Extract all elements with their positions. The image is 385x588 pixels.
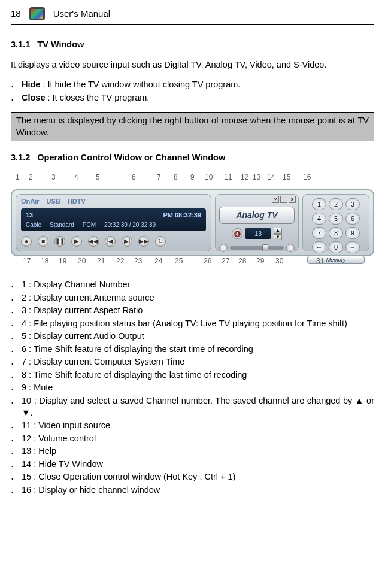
section-3-1-2-heading: 3.1.2 Operation Control Widow or Channel…: [11, 152, 374, 164]
lcd-section: OnAir USB HDTV 13 PM 08:32:39 Cable Stan…: [16, 194, 211, 251]
manual-title: User's Manual: [53, 8, 110, 20]
channel-up-button[interactable]: ▲: [274, 228, 282, 234]
usb-label: USB: [47, 197, 60, 206]
list-text: 12 : Volume control: [22, 433, 374, 445]
key-6[interactable]: 6: [345, 213, 360, 225]
list-text: 5 : Display current Audio Output: [22, 331, 374, 343]
rewind-button[interactable]: ◀◀: [88, 236, 99, 247]
callout: 13: [253, 172, 260, 182]
repeat-button[interactable]: ↻: [155, 236, 166, 247]
hide-desc: : It hide the TV window without closing …: [40, 80, 240, 89]
list-item: ․6 : Time Shift feature of displaying th…: [11, 344, 374, 356]
callout: 27: [222, 256, 229, 266]
bullet-icon: ․: [11, 279, 18, 291]
callout: 14: [267, 172, 275, 182]
callout: 8: [174, 172, 178, 182]
callout: 10: [205, 172, 213, 182]
list-item: ․5 : Display current Audio Output: [11, 331, 374, 343]
section-title: Operation Control Widow or Channel Windo…: [37, 153, 225, 162]
bullet-icon: ․: [11, 331, 18, 343]
section-title: TV Window: [37, 40, 84, 49]
callout: 16: [303, 172, 311, 182]
audio-output: PCM: [83, 221, 96, 229]
mute-button[interactable]: 🔇: [232, 228, 242, 239]
callout: 24: [154, 256, 162, 266]
antenna-source: Cable: [26, 221, 41, 229]
key-forward[interactable]: →: [345, 241, 360, 253]
bullet-icon: ․: [11, 433, 18, 445]
callout: 4: [74, 172, 78, 182]
key-8[interactable]: 8: [329, 227, 343, 239]
callout: 12: [241, 172, 248, 182]
next-button[interactable]: ▶|: [122, 236, 132, 247]
stop-button[interactable]: ■: [38, 236, 48, 247]
callout: 11: [224, 172, 232, 182]
key-2[interactable]: 2: [329, 198, 343, 210]
ffwd-button[interactable]: ▶▶: [138, 236, 149, 247]
list-text: 13 : Help: [22, 445, 374, 457]
control-panel-figure: 1 2 3 4 5 6 7 8 9 10 11 12 13 14 15 16 O…: [11, 172, 374, 273]
key-9[interactable]: 9: [345, 227, 360, 239]
key-1[interactable]: 1: [312, 198, 326, 210]
bullet-icon: ․: [11, 305, 18, 317]
key-5[interactable]: 5: [329, 213, 343, 225]
volume-slider[interactable]: [230, 246, 284, 250]
channel-spinner: 🔇 13 ▲ ▼: [219, 228, 295, 240]
pause-button[interactable]: ❚❚: [54, 236, 65, 247]
play-button[interactable]: ▶: [71, 236, 82, 247]
list-item: ․ Hide : It hide the TV window without c…: [11, 79, 374, 91]
hide-close-list: ․ Hide : It hide the TV window without c…: [11, 79, 374, 104]
section-intro: It displays a video source input such as…: [11, 59, 374, 71]
list-text: 3 : Display current Aspect Ratio: [22, 305, 374, 317]
callout: 7: [157, 172, 161, 182]
list-text: 4 : File playing position status bar (An…: [22, 318, 374, 330]
source-section: ? _ X Analog TV 🔇 13 ▲ ▼: [215, 194, 299, 251]
legend-list: ․1 : Display Channel Number ․2 : Display…: [11, 279, 374, 496]
list-item: ․10 : Display and select a saved Channel…: [11, 395, 374, 419]
transport-controls: ● ■ ❚❚ ▶ ◀◀ |◀ ▶| ▶▶ ↻: [21, 234, 206, 247]
key-3[interactable]: 3: [345, 198, 360, 210]
list-item: ․3 : Display current Aspect Ratio: [11, 305, 374, 317]
help-button[interactable]: ?: [272, 196, 279, 203]
top-callouts: 1 2 3 4 5 6 7 8 9 10 11 12 13 14 15 16: [11, 172, 374, 189]
callout: 5: [96, 172, 100, 182]
volume-knob[interactable]: [262, 244, 268, 251]
bullet-icon: ․: [11, 369, 18, 381]
list-text: 11 : Video input source: [22, 420, 374, 432]
bullet-icon: ․: [11, 344, 18, 356]
key-0[interactable]: 0: [329, 241, 343, 253]
toggle-channel-window-button[interactable]: [286, 244, 295, 252]
status-line: OnAir USB HDTV: [21, 197, 206, 206]
callout: 26: [204, 256, 211, 266]
callout: 17: [23, 256, 31, 266]
section-number: 3.1.1: [11, 40, 30, 49]
note-box: The menu is displayed by clicking the ri…: [11, 112, 374, 141]
bullet-icon: ․: [11, 395, 18, 419]
volume-icon: [219, 244, 228, 252]
system-time: PM 08:32:39: [163, 211, 201, 220]
key-back[interactable]: ←: [312, 241, 326, 253]
key-4[interactable]: 4: [312, 213, 326, 225]
list-text: 15 : Close Operation control window (Hot…: [22, 471, 374, 483]
volume-control: [219, 244, 295, 252]
callout: 28: [238, 256, 246, 266]
list-text: 8 : Time Shift feature of displaying the…: [22, 369, 374, 381]
list-item: ․9 : Mute: [11, 382, 374, 394]
key-7[interactable]: 7: [312, 227, 326, 239]
list-text: 1 : Display Channel Number: [22, 279, 374, 291]
bullet-icon: ․: [11, 471, 18, 483]
source-button[interactable]: Analog TV: [219, 207, 295, 224]
bullet-icon: ․: [11, 356, 18, 368]
prev-button[interactable]: |◀: [105, 236, 116, 247]
callout: 25: [175, 256, 183, 266]
callout: 21: [97, 256, 105, 266]
control-panel: OnAir USB HDTV 13 PM 08:32:39 Cable Stan…: [11, 189, 374, 256]
record-button[interactable]: ●: [21, 236, 32, 247]
lcd-display: 13 PM 08:32:39 Cable Standard PCM 20:32:…: [21, 208, 206, 231]
channel-down-button[interactable]: ▼: [274, 234, 282, 240]
bullet-icon: ․: [11, 318, 18, 330]
close-button[interactable]: X: [289, 196, 296, 203]
list-item: ․16 : Display or hide channel window: [11, 484, 374, 496]
list-text: 10 : Display and select a saved Channel …: [22, 395, 374, 419]
minimize-button[interactable]: _: [280, 196, 287, 203]
